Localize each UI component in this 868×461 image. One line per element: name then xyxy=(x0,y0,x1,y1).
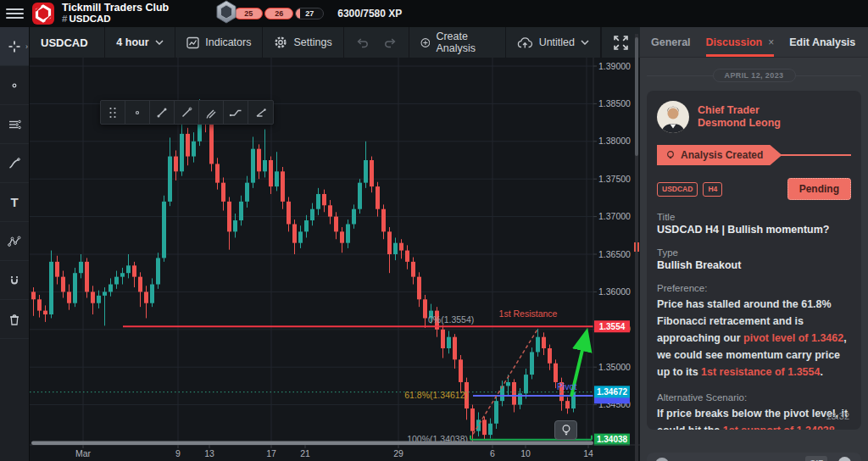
chevron-down-icon xyxy=(581,40,589,45)
text-tool-icon: T xyxy=(10,195,18,209)
xabcd-pattern-icon xyxy=(8,235,21,248)
lightbulb-icon xyxy=(665,150,676,161)
svg-text:29: 29 xyxy=(393,448,403,458)
lightbulb-icon xyxy=(560,424,572,436)
pending-status-button[interactable]: Pending xyxy=(787,178,851,200)
message-input[interactable]: GIF xyxy=(647,453,861,461)
timeframe-chip: H4 xyxy=(703,182,722,197)
svg-text:61.8%(1.34612): 61.8%(1.34612) xyxy=(404,390,468,400)
line-icon xyxy=(180,106,193,119)
tab-discussion[interactable]: Discussion × xyxy=(706,27,775,57)
symbol-chip: USDCAD xyxy=(657,182,698,197)
svg-text:1.37000: 1.37000 xyxy=(598,211,631,221)
svg-text:14: 14 xyxy=(583,448,593,458)
settings-button[interactable]: Settings xyxy=(263,27,343,58)
zigzag-line-button[interactable] xyxy=(224,101,248,124)
pencil-button[interactable] xyxy=(199,101,224,124)
preference-label: Preference: xyxy=(657,283,851,293)
chart-column: USDCAD 4 hour Indicators Settings xyxy=(30,27,640,461)
timeframe-dropdown[interactable]: 4 hour xyxy=(105,27,175,58)
author-role[interactable]: Chief Trader xyxy=(698,104,781,117)
zigzag-line-icon xyxy=(229,106,242,119)
message-timestamp: 13:32 xyxy=(826,411,849,421)
alt-scenario-label: Alternative Scenario: xyxy=(657,392,851,403)
save-analysis-dropdown[interactable]: Untitled xyxy=(506,27,601,58)
dot-tool[interactable] xyxy=(0,66,29,105)
author-name[interactable]: Desmond Leong xyxy=(698,117,781,130)
svg-text:17: 17 xyxy=(266,448,276,458)
tab-edit-analysis[interactable]: Edit Analysis xyxy=(789,27,855,57)
panel-tabbar: General Discussion × Edit Analysis xyxy=(640,27,868,58)
date-pill: APRIL 12, 2023 xyxy=(713,69,796,82)
level-pill-26: 26 xyxy=(264,8,293,19)
trend-line-icon xyxy=(155,106,169,119)
analysis-created-ribbon: Analysis Created xyxy=(657,145,851,165)
drag-dots-icon xyxy=(108,107,117,119)
dot-icon xyxy=(8,79,21,92)
chart-toolbar: USDCAD 4 hour Indicators Settings xyxy=(30,27,640,58)
svg-text:1.38500: 1.38500 xyxy=(598,98,631,108)
trend-lines-icon xyxy=(8,118,22,131)
crosshair-tool[interactable]: › xyxy=(0,27,29,66)
analysis-idea-button[interactable] xyxy=(554,420,577,440)
point-tool-button[interactable] xyxy=(125,101,150,124)
angle-line-icon xyxy=(254,106,268,119)
ribbon-label: Analysis Created xyxy=(681,149,763,161)
level-pill-27: 27 xyxy=(295,8,324,19)
cloud-upload-icon xyxy=(517,36,533,49)
analysis-type: Bullish Breakout xyxy=(657,259,851,271)
discussion-panel: General Discussion × Edit Analysis APRIL… xyxy=(640,27,868,461)
svg-text:1.34672: 1.34672 xyxy=(597,387,628,397)
indicators-button[interactable]: Indicators xyxy=(175,27,263,58)
text-tool[interactable]: T xyxy=(0,183,29,222)
svg-text:1.36000: 1.36000 xyxy=(598,286,631,297)
trend-lines-tool[interactable] xyxy=(0,105,29,144)
attach-plus-icon[interactable] xyxy=(655,458,669,461)
drawing-tools-sidebar: › T xyxy=(0,27,30,461)
crosshair-icon xyxy=(8,40,21,53)
fullscreen-icon xyxy=(614,36,628,50)
scrollbar-unread-marker xyxy=(634,242,639,252)
drag-handle[interactable] xyxy=(101,101,125,124)
svg-text:1.34038: 1.34038 xyxy=(597,435,628,444)
trend-line-button[interactable] xyxy=(150,101,175,124)
create-analysis-button[interactable]: Create Analysis xyxy=(409,27,506,58)
close-tab-icon[interactable]: × xyxy=(768,36,774,48)
avatar[interactable] xyxy=(657,101,689,133)
emoji-picker-icon[interactable] xyxy=(838,457,851,461)
club-name: Tickmill Traders Club xyxy=(62,3,169,14)
dot-icon xyxy=(131,106,144,119)
date-divider: APRIL 12, 2023 xyxy=(647,69,861,82)
floating-draw-toolbar xyxy=(100,100,274,125)
analysis-message-card: Chief Trader Desmond Leong Analysis Crea… xyxy=(647,91,861,430)
ray-line-button[interactable] xyxy=(175,101,199,124)
channel-name: #USDCAD xyxy=(62,14,169,25)
expand-chevron-icon[interactable]: › xyxy=(25,42,28,51)
magnet-tool[interactable] xyxy=(0,261,29,300)
svg-text:1.37500: 1.37500 xyxy=(598,174,631,184)
gif-picker-button[interactable]: GIF xyxy=(805,456,827,461)
pattern-tool[interactable] xyxy=(0,222,29,261)
svg-text:1.39000: 1.39000 xyxy=(598,61,631,71)
angle-line-button[interactable] xyxy=(248,101,273,124)
delete-tool[interactable] xyxy=(0,300,29,339)
brush-tool[interactable] xyxy=(0,144,29,183)
circle-plus-icon xyxy=(420,36,431,49)
svg-text:1.3554: 1.3554 xyxy=(599,322,626,331)
hash-icon: # xyxy=(62,14,67,24)
tab-general[interactable]: General xyxy=(651,27,691,57)
alt-scenario-text: If price breaks below the pivot level, i… xyxy=(657,405,851,430)
hamburger-menu-icon[interactable] xyxy=(0,0,30,27)
top-header: Tickmill Traders Club #USDCAD 25 26 27 6… xyxy=(0,0,868,27)
undo-icon[interactable] xyxy=(355,36,369,48)
panel-scrollbar-thumb[interactable] xyxy=(635,37,638,156)
redo-icon[interactable] xyxy=(384,36,398,48)
svg-text:10: 10 xyxy=(520,448,531,458)
magnet-icon xyxy=(8,274,21,287)
pencil-icon xyxy=(204,106,218,119)
svg-text:13: 13 xyxy=(204,448,214,458)
type-label: Type xyxy=(657,247,851,258)
level-pill-25: 25 xyxy=(234,8,263,19)
svg-text:1.38000: 1.38000 xyxy=(598,136,631,146)
brush-icon xyxy=(8,157,21,170)
